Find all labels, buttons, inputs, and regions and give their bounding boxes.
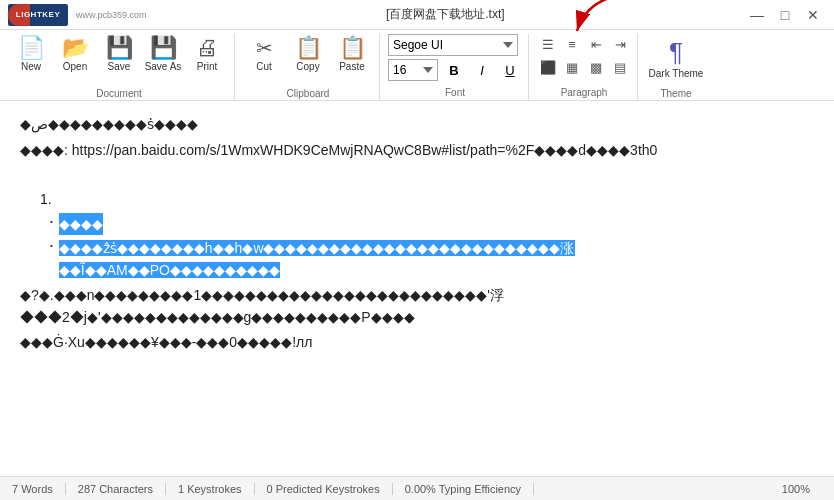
status-zoom: 100% xyxy=(770,483,822,495)
line-long-2: ◆◆◆Ġ·Xu◆◆◆◆◆◆¥◆◆◆-◆◆◆0◆◆◆◆◆!лл xyxy=(20,331,814,353)
font-name-row: Segoe UI xyxy=(388,34,522,56)
bullet-item-2: • ◆◆◆◆ẑṡ◆◆◆◆◆◆◆◆h◆◆h◆w◆◆◆◆◆◆◆◆◆◆◆◆◆◆◆◆◆◆… xyxy=(50,237,814,282)
bullet-text-1: ◆◆◆◆ xyxy=(59,213,103,235)
document-group-label: Document xyxy=(96,86,142,99)
clipboard-buttons: Cut Copy Paste xyxy=(243,34,373,86)
align-left-button[interactable]: ⬛ xyxy=(537,57,559,77)
bullets-button[interactable]: ☰ xyxy=(537,34,559,54)
bold-button[interactable]: B xyxy=(442,59,466,81)
title-bar-left: LIGHTKEY www.pcb359.com xyxy=(8,4,147,26)
dark-theme-button[interactable]: ¶ Dark Theme xyxy=(646,34,706,86)
theme-controls: ¶ Dark Theme xyxy=(646,34,706,86)
bullets2-button[interactable]: ≡ xyxy=(561,34,583,54)
editor-content: ◆ص◆◆◆◆◆◆◆◆◆ṡ◆◆◆◆ ◆◆◆◆: https://pan.baidu… xyxy=(20,113,814,464)
bullet-dot-2: • xyxy=(50,240,53,253)
maximize-button[interactable]: □ xyxy=(772,4,798,26)
align-center-button[interactable]: ▦ xyxy=(561,57,583,77)
font-size-select[interactable]: 16 xyxy=(388,59,438,81)
indent-button[interactable]: ⇥ xyxy=(609,34,631,54)
cut-button[interactable]: Cut xyxy=(243,34,285,86)
copy-icon xyxy=(295,37,322,59)
save-icon xyxy=(106,37,133,59)
saveas-button[interactable]: Save As xyxy=(142,34,184,86)
title-bar: LIGHTKEY www.pcb359.com [百度网盘下载地址.txt] —… xyxy=(0,0,834,30)
bullet-dot-1: • xyxy=(50,216,53,229)
clipboard-group-label: Clipboard xyxy=(287,86,330,99)
justify-button[interactable]: ▤ xyxy=(609,57,631,77)
window-controls: — □ ✕ xyxy=(744,4,826,26)
logo-text: LIGHTKEY xyxy=(16,10,60,19)
underline-button[interactable]: U xyxy=(498,59,522,81)
paste-button[interactable]: Paste xyxy=(331,34,373,86)
theme-group-label: Theme xyxy=(660,86,691,99)
paragraph-group-label: Paragraph xyxy=(561,85,608,98)
window-title: [百度网盘下载地址.txt] xyxy=(386,6,505,23)
watermark: www.pcb359.com xyxy=(76,10,147,20)
editor-area[interactable]: ◆ص◆◆◆◆◆◆◆◆◆ṡ◆◆◆◆ ◆◆◆◆: https://pan.baidu… xyxy=(0,101,834,476)
copy-button[interactable]: Copy xyxy=(287,34,329,86)
ribbon-group-clipboard: Cut Copy Paste Clipboard xyxy=(237,34,380,100)
ribbon-toolbar: New Open Save Save As Print xyxy=(0,30,834,100)
saveas-icon xyxy=(150,37,177,59)
italic-button[interactable]: I xyxy=(470,59,494,81)
ribbon: New Open Save Save As Print xyxy=(0,30,834,101)
new-icon xyxy=(18,37,45,59)
line-long-1: ◆?◆.◆◆◆n◆◆◆◆◆◆◆◆◆1◆◆◆◆◆◆◆◆◆◆◆◆◆◆◆◆◆◆◆◆◆◆… xyxy=(20,284,814,329)
print-button[interactable]: Print xyxy=(186,34,228,86)
new-button[interactable]: New xyxy=(10,34,52,86)
ribbon-group-paragraph: ☰ ≡ ⇤ ⇥ ⬛ ▦ ▩ ▤ Paragraph xyxy=(531,34,638,100)
numbered-item-1: 1. xyxy=(40,188,814,210)
line-2: ◆◆◆◆: https://pan.baidu.com/s/1WmxWHDK9C… xyxy=(20,139,814,161)
font-controls: Segoe UI 16 B I U xyxy=(388,34,522,81)
close-button[interactable]: ✕ xyxy=(800,4,826,26)
status-efficiency: 0.00% Typing Efficiency xyxy=(393,483,534,495)
paste-icon xyxy=(339,37,366,59)
theme-icon: ¶ xyxy=(669,37,683,68)
outdent-button[interactable]: ⇤ xyxy=(585,34,607,54)
minimize-button[interactable]: — xyxy=(744,4,770,26)
paragraph-controls: ☰ ≡ ⇤ ⇥ ⬛ ▦ ▩ ▤ xyxy=(537,34,631,77)
font-size-row: 16 B I U xyxy=(388,59,522,81)
open-button[interactable]: Open xyxy=(54,34,96,86)
status-keystrokes: 1 Keystrokes xyxy=(166,483,255,495)
open-icon xyxy=(62,37,89,59)
app-logo: LIGHTKEY xyxy=(8,4,68,26)
font-family-select[interactable]: Segoe UI xyxy=(388,34,518,56)
bullet-list: • ◆◆◆◆ • ◆◆◆◆ẑṡ◆◆◆◆◆◆◆◆h◆◆h◆w◆◆◆◆◆◆◆◆◆◆◆… xyxy=(50,213,814,282)
align-right-button[interactable]: ▩ xyxy=(585,57,607,77)
ribbon-group-theme: ¶ Dark Theme Theme xyxy=(640,34,712,100)
para-row-1: ☰ ≡ ⇤ ⇥ xyxy=(537,34,631,54)
para-row-2: ⬛ ▦ ▩ ▤ xyxy=(537,57,631,77)
save-button[interactable]: Save xyxy=(98,34,140,86)
print-icon xyxy=(196,37,218,59)
font-group-label: Font xyxy=(445,85,465,98)
bullet-text-2-highlight: ◆◆◆◆ẑṡ◆◆◆◆◆◆◆◆h◆◆h◆w◆◆◆◆◆◆◆◆◆◆◆◆◆◆◆◆◆◆◆◆… xyxy=(59,240,575,278)
cut-icon xyxy=(256,37,273,59)
ribbon-group-font: Segoe UI 16 B I U Font xyxy=(382,34,529,100)
status-predicted: 0 Predicted Keystrokes xyxy=(255,483,393,495)
bullet-item-1: • ◆◆◆◆ xyxy=(50,213,814,235)
status-chars: 287 Characters xyxy=(66,483,166,495)
status-words: 7 Words xyxy=(12,483,66,495)
document-buttons: New Open Save Save As Print xyxy=(10,34,228,86)
ribbon-group-document: New Open Save Save As Print xyxy=(4,34,235,100)
status-bar: 7 Words 287 Characters 1 Keystrokes 0 Pr… xyxy=(0,476,834,500)
line-1: ◆ص◆◆◆◆◆◆◆◆◆ṡ◆◆◆◆ xyxy=(20,113,814,135)
